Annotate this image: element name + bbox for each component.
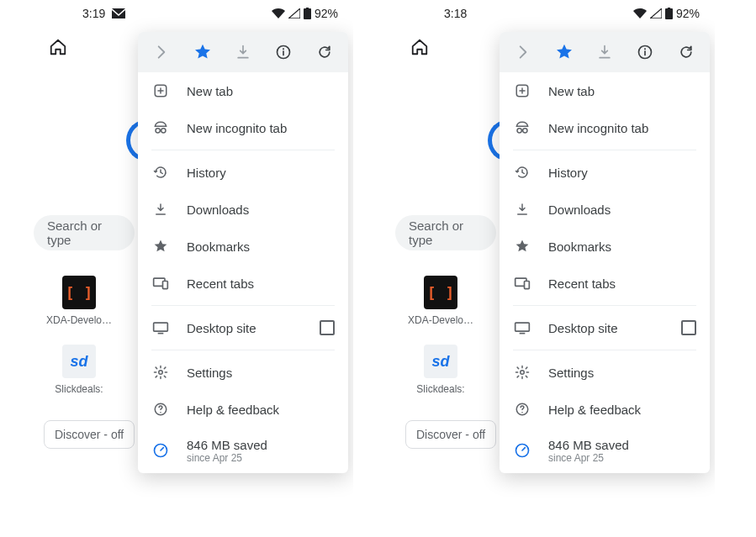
- menu-desktop-site[interactable]: Desktop site: [138, 309, 348, 346]
- menu-new-tab[interactable]: New tab: [500, 72, 710, 109]
- monitor-icon: [513, 321, 531, 334]
- svg-point-11: [159, 371, 163, 375]
- discover-chip[interactable]: Discover - off: [405, 420, 496, 449]
- battery-pct: 92%: [315, 7, 338, 20]
- menu-settings[interactable]: Settings: [138, 354, 348, 391]
- separator: [151, 350, 335, 350]
- forward-button[interactable]: [145, 35, 178, 69]
- menu-new-incognito[interactable]: New incognito tab: [138, 109, 348, 146]
- history-icon: [513, 165, 531, 180]
- menu-downloads[interactable]: Downloads: [138, 191, 348, 228]
- menu-label: New tab: [187, 84, 233, 98]
- slickdeals-icon: sd: [424, 345, 457, 378]
- incognito-icon: [151, 120, 170, 135]
- svg-point-6: [156, 129, 160, 133]
- speedometer-icon: [513, 442, 531, 459]
- info-button[interactable]: [628, 35, 662, 69]
- menu-label: Recent tabs: [187, 276, 254, 291]
- phone-right: 3:18 92% Search or type [ ] XDA-Develo…: [395, 0, 715, 521]
- menu-data-saved[interactable]: 846 MB saved since Apr 25: [138, 428, 348, 473]
- svg-rect-9: [163, 282, 168, 289]
- menu-help[interactable]: Help & feedback: [500, 391, 710, 428]
- phone-left: 3:19 92% Search or type [ ]: [34, 0, 353, 521]
- shortcut-tile[interactable]: [ ] XDA-Develo…: [407, 276, 474, 326]
- overflow-menu: New tab New incognito tab History Downlo…: [500, 32, 710, 473]
- menu-bookmarks[interactable]: Bookmarks: [500, 228, 710, 265]
- menu-history[interactable]: History: [500, 154, 710, 191]
- help-icon: [151, 402, 170, 417]
- menu-help[interactable]: Help & feedback: [138, 391, 348, 428]
- slickdeals-icon: sd: [62, 345, 96, 378]
- tile-label: XDA-Develo…: [45, 314, 113, 326]
- search-placeholder: Search or type: [47, 218, 121, 247]
- reload-button[interactable]: [669, 35, 703, 69]
- shortcut-tile[interactable]: sd Slickdeals:: [407, 345, 474, 395]
- menu-desktop-site[interactable]: Desktop site: [500, 309, 710, 346]
- svg-rect-24: [525, 282, 530, 289]
- plus-square-icon: [513, 83, 531, 98]
- status-time: 3:18: [444, 7, 467, 20]
- svg-rect-4: [283, 50, 285, 55]
- speedometer-icon: [151, 442, 170, 459]
- menu-settings[interactable]: Settings: [500, 354, 710, 391]
- star-icon: [513, 239, 531, 254]
- overflow-menu: New tab New incognito tab History Downlo…: [138, 32, 348, 473]
- search-input[interactable]: Search or type: [395, 215, 496, 250]
- battery-pct: 92%: [676, 7, 700, 20]
- separator: [513, 150, 696, 150]
- gmail-icon: [112, 8, 125, 18]
- download-button[interactable]: [226, 35, 260, 69]
- svg-point-3: [283, 48, 284, 50]
- menu-recent-tabs[interactable]: Recent tabs: [500, 265, 710, 302]
- download-button[interactable]: [588, 35, 621, 69]
- wifi-icon: [633, 8, 647, 18]
- signal-icon: [288, 8, 300, 18]
- xda-icon: [ ]: [62, 276, 96, 309]
- home-button[interactable]: [405, 33, 434, 61]
- data-saved-sub: since Apr 25: [187, 452, 267, 464]
- separator: [513, 350, 696, 350]
- reload-button[interactable]: [308, 35, 341, 69]
- desktop-checkbox[interactable]: [681, 320, 696, 335]
- data-saved-sub: since Apr 25: [548, 452, 629, 464]
- menu-label: Recent tabs: [548, 276, 616, 291]
- incognito-icon: [513, 120, 531, 135]
- menu-bookmarks[interactable]: Bookmarks: [138, 228, 348, 265]
- battery-icon: [665, 8, 673, 19]
- menu-label: Help & feedback: [187, 403, 279, 417]
- search-input[interactable]: Search or type: [34, 215, 135, 250]
- svg-point-28: [521, 412, 523, 413]
- menu-recent-tabs[interactable]: Recent tabs: [138, 265, 348, 302]
- tile-label: Slickdeals:: [407, 383, 474, 395]
- home-button[interactable]: [44, 33, 72, 61]
- gear-icon: [513, 365, 531, 380]
- menu-downloads[interactable]: Downloads: [500, 191, 710, 228]
- history-icon: [151, 165, 170, 180]
- bookmark-button[interactable]: [186, 35, 219, 69]
- menu-label: Desktop site: [187, 321, 256, 335]
- separator: [513, 305, 696, 306]
- wifi-icon: [272, 8, 285, 18]
- info-button[interactable]: [267, 35, 300, 69]
- menu-label: Bookmarks: [548, 240, 611, 254]
- battery-icon: [304, 8, 311, 19]
- devices-icon: [151, 276, 170, 290]
- menu-label: New tab: [548, 84, 595, 98]
- forward-button[interactable]: [506, 35, 540, 69]
- xda-icon: [ ]: [424, 276, 457, 309]
- menu-history[interactable]: History: [138, 154, 348, 191]
- svg-rect-25: [515, 323, 530, 331]
- desktop-checkbox[interactable]: [320, 320, 335, 335]
- menu-data-saved[interactable]: 846 MB saved since Apr 25: [500, 428, 710, 473]
- shortcut-tile[interactable]: [ ] XDA-Develo…: [45, 276, 113, 326]
- shortcut-tile[interactable]: sd Slickdeals:: [45, 345, 113, 395]
- search-placeholder: Search or type: [409, 218, 483, 247]
- help-icon: [513, 402, 531, 417]
- menu-new-tab[interactable]: New tab: [138, 72, 348, 109]
- menu-new-incognito[interactable]: New incognito tab: [500, 109, 710, 146]
- tile-label: XDA-Develo…: [407, 314, 474, 326]
- download-icon: [151, 202, 170, 217]
- discover-chip[interactable]: Discover - off: [44, 420, 135, 449]
- monitor-icon: [151, 321, 170, 334]
- bookmark-button[interactable]: [547, 35, 581, 69]
